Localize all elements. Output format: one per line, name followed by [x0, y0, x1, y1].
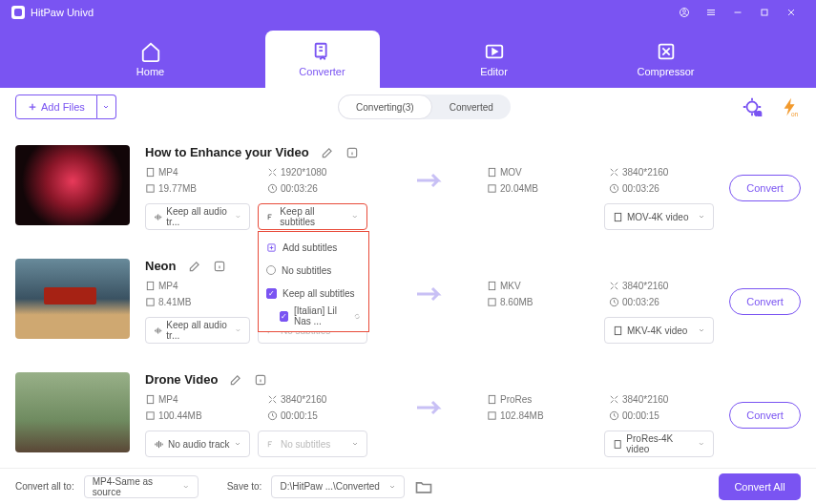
- video-thumbnail[interactable]: [15, 259, 130, 339]
- main-nav: Home Converter Editor Compressor: [0, 25, 816, 88]
- titlebar: HitPaw Univd: [0, 0, 816, 25]
- footer: Convert all to: MP4-Same as source Save …: [0, 468, 816, 504]
- svg-rect-31: [489, 412, 495, 419]
- app-logo: [11, 6, 25, 19]
- checkbox-icon: [280, 311, 288, 322]
- edit-icon[interactable]: [229, 373, 242, 387]
- tab-converting[interactable]: Converting(3): [338, 94, 432, 119]
- nav-home[interactable]: Home: [94, 31, 208, 88]
- chevron-down-icon: [351, 213, 359, 220]
- add-sub-icon: [266, 242, 277, 253]
- editor-icon: [484, 41, 505, 62]
- popup-keep-all[interactable]: Keep all subtitles: [259, 282, 368, 304]
- svg-rect-10: [147, 168, 153, 176]
- svg-rect-23: [489, 299, 495, 305]
- svg-rect-13: [489, 168, 494, 176]
- output-format-dropdown[interactable]: ProRes-4K video: [604, 430, 714, 457]
- tab-converted[interactable]: Converted: [432, 94, 511, 119]
- menu-icon[interactable]: [698, 3, 724, 22]
- video-thumbnail[interactable]: [15, 145, 130, 225]
- account-icon[interactable]: [671, 3, 698, 22]
- edit-icon[interactable]: [321, 146, 334, 159]
- add-files-label: Add Files: [41, 101, 85, 113]
- popup-sub-italian[interactable]: [Italian] Lil Nas ...: [259, 304, 368, 327]
- nav-editor-label: Editor: [480, 66, 508, 77]
- nav-editor[interactable]: Editor: [437, 31, 552, 88]
- nav-compressor-label: Compressor: [638, 66, 695, 77]
- nav-compressor[interactable]: Compressor: [609, 31, 723, 88]
- checkbox-icon: [266, 288, 277, 299]
- radio-icon: [266, 265, 276, 275]
- convert-all-button[interactable]: Convert All: [719, 473, 801, 500]
- compressor-icon: [656, 41, 677, 62]
- minimize-button[interactable]: [724, 3, 751, 22]
- info-icon[interactable]: [254, 373, 267, 387]
- info-icon[interactable]: [213, 260, 226, 273]
- global-format-dropdown[interactable]: MP4-Same as source: [84, 475, 199, 498]
- audio-dropdown[interactable]: Keep all audio tr...: [145, 203, 250, 230]
- info-icon[interactable]: [345, 146, 359, 159]
- svg-text:on: on: [755, 110, 763, 116]
- svg-rect-14: [489, 185, 495, 192]
- file-item: Neon MP4 8.41MB 1920*1080 00:03:26: [15, 247, 801, 361]
- maximize-button[interactable]: [751, 3, 778, 22]
- arrow-icon: [372, 172, 487, 189]
- subtitle-dropdown[interactable]: No subtitles: [258, 430, 367, 457]
- video-thumbnail[interactable]: [15, 372, 130, 452]
- clock-icon: [267, 183, 278, 194]
- save-to-label: Save to:: [227, 481, 262, 492]
- converter-icon: [312, 41, 333, 62]
- item-title: Drone Video: [145, 372, 218, 387]
- svg-rect-22: [489, 282, 494, 289]
- audio-icon: [154, 212, 162, 222]
- convert-button[interactable]: Convert: [729, 175, 801, 201]
- gpu-accel-icon[interactable]: on: [742, 96, 763, 117]
- home-icon: [140, 41, 161, 62]
- svg-text:on: on: [791, 111, 799, 117]
- item-title: Neon: [145, 259, 177, 273]
- edit-icon[interactable]: [188, 260, 201, 273]
- item-title: How to Enhance your Video: [145, 145, 309, 159]
- save-path-dropdown[interactable]: D:\HitPaw ...\Converted: [271, 475, 405, 498]
- svg-rect-19: [147, 282, 153, 289]
- nav-converter-label: Converter: [299, 66, 345, 77]
- subtitle-icon: [266, 212, 276, 222]
- add-files-button[interactable]: Add Files: [15, 94, 97, 119]
- subtitle-dropdown[interactable]: Keep all subtitles Add subtitles No subt…: [258, 203, 367, 230]
- file-icon: [145, 167, 156, 178]
- convert-button[interactable]: Convert: [729, 402, 801, 429]
- resolution-icon: [267, 167, 278, 178]
- audio-dropdown[interactable]: No audio track: [145, 430, 250, 457]
- output-format-dropdown[interactable]: MKV-4K video: [604, 317, 714, 344]
- add-files-dropdown[interactable]: [97, 94, 116, 119]
- add-files-button-group: Add Files: [15, 94, 116, 119]
- nav-home-label: Home: [136, 66, 164, 77]
- svg-rect-17: [615, 213, 620, 220]
- file-item: Drone Video MP4 100.44MB 3840*2160 00:00…: [15, 361, 801, 468]
- chevron-down-icon: [235, 213, 241, 220]
- svg-rect-28: [147, 412, 154, 419]
- svg-rect-30: [489, 395, 494, 403]
- turbo-icon[interactable]: on: [780, 96, 801, 117]
- status-tabs: Converting(3) Converted: [338, 94, 511, 119]
- popup-no-subtitles[interactable]: No subtitles: [259, 259, 368, 282]
- arrow-icon: [372, 399, 487, 416]
- plus-icon: [28, 102, 37, 112]
- open-folder-icon[interactable]: [414, 477, 433, 496]
- audio-dropdown[interactable]: Keep all audio tr...: [145, 317, 250, 344]
- output-format-dropdown[interactable]: MOV-4K video: [604, 203, 714, 230]
- convert-button[interactable]: Convert: [729, 288, 801, 315]
- close-button[interactable]: [778, 3, 805, 22]
- file-item: How to Enhance your Video MP4 19.77MB 19…: [15, 134, 801, 247]
- app-title: HitPaw Univd: [31, 7, 94, 18]
- refresh-icon: [354, 312, 361, 321]
- svg-rect-11: [147, 185, 154, 192]
- svg-rect-25: [615, 326, 620, 334]
- chevron-down-icon: [698, 213, 705, 220]
- size-icon: [145, 183, 156, 194]
- convert-all-to-label: Convert all to:: [15, 481, 74, 492]
- subtitle-popup: Add subtitles No subtitles Keep all subt…: [258, 231, 369, 332]
- nav-converter[interactable]: Converter: [265, 31, 380, 88]
- popup-add-subtitles[interactable]: Add subtitles: [259, 236, 368, 259]
- svg-rect-33: [615, 440, 620, 448]
